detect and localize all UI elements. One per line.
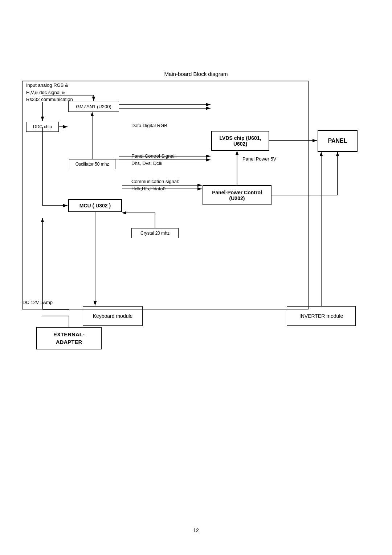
panel-power-label: Panel Power 5V (242, 156, 276, 162)
data-digital-rgb-label: Data Digital RGB (131, 123, 167, 128)
inverter-module-box: INVERTER module (287, 306, 356, 326)
keyboard-module-box: Keyboard module (83, 306, 143, 326)
comm-signal-label: Communication signal: Hclk,Hfs,Hdata0 (131, 178, 179, 192)
oscillator-box: Oscillator 50 mhz (69, 159, 115, 169)
ddc-chip-box: DDC-chip (26, 122, 59, 132)
gmzan1-box: GMZAN1 (U200) (68, 101, 119, 112)
lvds-chip-box: LVDS chip (U601,U602) (211, 131, 269, 151)
panel-control-signal-label: Panel Control Signal: Dhs, Dvs, Dclk (131, 153, 176, 167)
dc-label: DC 12V 5Amp (23, 300, 53, 305)
crystal-box: Crystal 20 mhz (131, 228, 179, 238)
page-title: Main-board Block diagram (0, 71, 392, 77)
mcu-box: MCU ( U302 ) (68, 199, 122, 212)
panel-box: PANEL (318, 130, 358, 152)
page-number: 12 (0, 527, 392, 533)
external-adapter-box: EXTERNAL-ADAPTER (36, 327, 102, 349)
panel-power-control-box: Panel-Power Control(U202) (203, 185, 271, 205)
